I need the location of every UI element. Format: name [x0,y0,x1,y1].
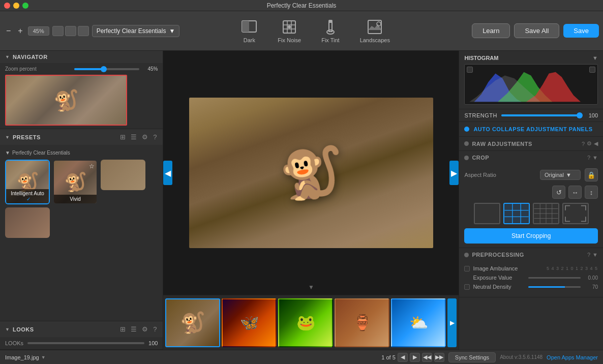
preset-tab-fix-tint[interactable]: Fix Tint [311,16,349,46]
film-thumb-4[interactable]: 🏺 [335,298,389,347]
filmstrip-next-button[interactable]: ▶ [447,298,457,347]
film-thumb-5[interactable]: ⛅ [391,298,446,347]
looks-settings-icon[interactable]: ⚙ [141,324,149,334]
maximize-button[interactable] [22,3,28,9]
zoom-out-button[interactable]: − [4,25,13,37]
histogram-checkbox-right[interactable] [589,67,595,73]
start-cropping-button[interactable]: Start Cropping [464,228,598,244]
auto-collapse-row[interactable]: AUTO COLLAPSE ADJUSTMENT PANELS [459,122,603,137]
open-apps-manager-button[interactable]: Open Apps Manager [547,354,598,360]
nav-back-button[interactable]: ◀◀ [422,353,432,362]
page-prev-button[interactable]: ◀ [398,353,408,362]
looks-grid-icon[interactable]: ⊞ [119,324,127,334]
preset-name: Perfectly Clear Essentials [97,27,166,35]
crop-help-icon[interactable]: ? [587,155,590,161]
crop-aspect-dropdown[interactable]: Original ▼ [540,170,581,180]
expand-filmstrip-icon[interactable]: ▼ [308,284,314,291]
presets-help-icon[interactable]: ? [152,132,158,142]
presets-content: ▼ Perfectly Clear Essentials 🐒 Intellige… [0,145,163,321]
minimize-button[interactable] [13,3,19,9]
neutral-density-checkbox[interactable] [464,284,470,290]
film-thumb-3[interactable]: 🐸 [278,298,333,347]
presets-list-icon[interactable]: ☰ [130,132,138,142]
exposure-slider[interactable] [528,277,581,279]
presets-header[interactable]: ▼ PRESETS ⊞ ☰ ⚙ ? [0,129,163,145]
toolbar-right: Learn Save All Save [451,23,599,38]
view-fill-button[interactable] [78,26,89,36]
exposure-row: Exposure Value 0.00 [464,275,598,281]
film-thumb-1[interactable]: 🐒 [165,298,220,347]
svg-point-5 [288,25,291,28]
fix-tint-icon [322,19,339,35]
view-fit-button[interactable] [52,26,64,36]
crop-content: Aspect Ratio Original ▼ 🔒 ↺ ↔ ↕ [459,164,603,248]
left-panel: ▼ NAVIGATOR Zoom percent 45% 🐒 [0,51,163,350]
crop-lock-button[interactable]: 🔒 [585,168,598,181]
crop-flip-v-button[interactable]: ↕ [585,186,598,199]
preprocessing-collapse-icon[interactable]: ▼ [592,252,598,258]
neutral-density-slider[interactable] [528,286,581,288]
histogram-collapse-icon[interactable]: ▼ [592,55,598,61]
navigator-thumbnail: 🐒 [5,75,127,126]
save-all-button[interactable]: Save All [514,23,559,38]
preset-partial-1[interactable] [101,160,145,190]
zoom-slider[interactable] [74,68,139,70]
histogram-title: HISTOGRAM [464,55,592,61]
close-button[interactable] [4,3,10,9]
crop-rotate-ccw-button[interactable]: ↺ [552,186,565,199]
histogram-checkbox-left[interactable] [467,67,473,73]
strength-slider[interactable] [501,114,580,116]
preprocessing-header[interactable]: PREPROCESSING ? ▼ [459,248,603,261]
crop-header[interactable]: CROP ? ▼ [459,151,603,164]
histogram-header: HISTOGRAM ▼ [464,55,598,61]
looks-header[interactable]: ▼ LOOKS ⊞ ☰ ⚙ ? [0,321,163,337]
zoom-display: 45% [28,26,49,36]
presets-grid-icon[interactable]: ⊞ [119,132,127,142]
star-icon: ☆ [89,163,95,170]
navigator-content: Zoom percent 45% 🐒 [0,63,163,129]
save-button[interactable]: Save [563,24,599,38]
sync-settings-button[interactable]: Sync Settings [448,352,496,362]
looks-help-icon[interactable]: ? [152,324,158,334]
zoom-in-button[interactable]: + [16,25,24,37]
crop-grid-none[interactable] [474,203,500,224]
crop-collapse-icon[interactable]: ▼ [592,155,598,161]
preprocessing-help-icon[interactable]: ? [587,252,590,258]
crop-grid-thirds[interactable] [503,203,530,224]
preprocessing-icons: ? ▼ [587,252,598,258]
preset-partial-2[interactable] [5,207,50,238]
filename-dropdown-icon[interactable]: ▼ [41,355,46,360]
zoom-row: Zoom percent 45% [5,66,158,72]
learn-button[interactable]: Learn [472,23,510,38]
preset-vivid[interactable]: 🐒 Vivid ☆ [53,160,98,204]
image-prev-arrow[interactable]: ◀ [163,161,172,185]
preset-intelligent-auto[interactable]: 🐒 Intelligent Auto ✓ [5,160,50,204]
view-actual-button[interactable] [65,26,76,36]
looks-list-icon[interactable]: ☰ [130,324,138,334]
navigator-header[interactable]: ▼ NAVIGATOR [0,51,163,63]
image-next-arrow[interactable]: ▶ [449,161,459,185]
preset-tab-fix-noise[interactable]: Fix Noise [267,16,311,46]
nav-forward-button[interactable]: ▶▶ [434,353,444,362]
strength-fill [501,114,580,116]
page-next-button[interactable]: ▶ [410,353,420,362]
raw-adj-settings-icon[interactable]: ⚙ [587,140,592,147]
crop-grid-corners[interactable] [562,203,589,224]
looks-slider[interactable] [27,342,144,344]
image-ambulance-checkbox[interactable] [464,266,470,271]
preset-selector[interactable]: Perfectly Clear Essentials ▼ [92,25,180,37]
crop-icons: ? ▼ [587,155,598,161]
neutral-density-value: 70 [584,284,598,290]
film-thumb-2[interactable]: 🦋 [222,298,277,347]
preset-tab-landscapes[interactable]: Landscapes [350,16,400,46]
raw-adj-arrow-icon[interactable]: ◀ [594,140,598,147]
raw-adj-help-icon[interactable]: ? [582,141,585,147]
crop-flip-h-button[interactable]: ↔ [568,186,582,199]
presets-settings-icon[interactable]: ⚙ [141,132,149,142]
neutral-density-label: Neutral Density [473,284,525,290]
crop-grid-fine[interactable] [533,203,559,224]
preset-tab-dark[interactable]: Dark [231,16,267,46]
raw-adjustments-header[interactable]: RAW ADJUSTMENTS ? ⚙ ◀ [459,137,603,150]
image-ambulance-row: Image Ambulance 5 4 3 2 1 0 1 2 3 4 5 [464,265,598,271]
exposure-value: 0.00 [584,275,598,281]
